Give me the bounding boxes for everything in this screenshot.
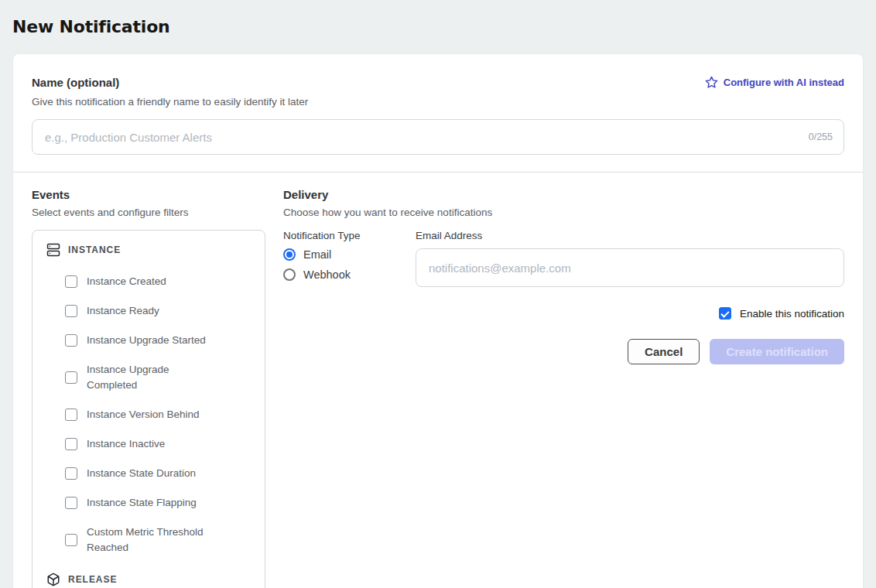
checkbox[interactable] (65, 275, 77, 288)
checkbox[interactable] (65, 371, 77, 384)
checkbox[interactable] (65, 534, 77, 546)
new-notification-card: Name (optional) Configure with AI instea… (12, 53, 864, 588)
events-subtitle: Select events and configure filters (32, 207, 265, 218)
checkbox[interactable] (65, 334, 77, 347)
name-label: Name (optional) (32, 76, 119, 89)
group-label: INSTANCE (68, 244, 121, 255)
name-input[interactable] (32, 119, 844, 155)
checkbox[interactable] (65, 467, 77, 480)
star-icon (705, 76, 718, 89)
event-label: Instance State Duration (87, 466, 196, 481)
ai-link-label: Configure with AI instead (724, 77, 844, 88)
enable-checkbox[interactable] (719, 307, 731, 320)
enable-label: Enable this notification (740, 308, 844, 320)
checkbox[interactable] (65, 438, 77, 450)
form-actions: Cancel Create notification (283, 339, 844, 364)
delivery-column: Delivery Choose how you want to receive … (283, 188, 844, 588)
email-input[interactable] (416, 248, 844, 287)
email-address-group: Email Address (416, 230, 844, 289)
server-icon (46, 243, 60, 257)
group-label: RELEASE (68, 574, 117, 585)
event-label: Instance Upgrade Started (87, 333, 206, 348)
event-checkbox-row[interactable]: Instance Inactive (65, 436, 252, 452)
checkbox[interactable] (65, 409, 77, 421)
enable-notification-row[interactable]: Enable this notification (283, 307, 844, 320)
event-label: Instance State Flapping (87, 495, 197, 511)
event-checkbox-row[interactable]: Instance Upgrade Completed (65, 362, 252, 393)
name-section-header: Name (optional) Configure with AI instea… (32, 76, 844, 89)
events-column: Events Select events and configure filte… (32, 188, 265, 588)
checkbox[interactable] (65, 305, 77, 317)
delivery-subtitle: Choose how you want to receive notificat… (283, 207, 844, 218)
char-counter: 0/255 (809, 132, 833, 142)
event-checkbox-row[interactable]: Instance Ready (65, 303, 252, 319)
event-label: Instance Created (87, 274, 166, 289)
page-title: New Notification (12, 17, 876, 36)
event-label: Custom Metric Threshold Reached (87, 525, 218, 556)
radio-button[interactable] (283, 248, 296, 261)
checkbox[interactable] (65, 497, 77, 509)
event-checkbox-row[interactable]: Instance Created (65, 274, 252, 289)
radio-button[interactable] (283, 268, 296, 281)
event-label: Instance Ready (87, 303, 159, 319)
radio-label: Email (303, 248, 331, 261)
event-checkbox-row[interactable]: Instance Version Behind (65, 407, 252, 422)
radio-label: Webhook (303, 268, 351, 281)
event-checkbox-row[interactable]: Instance Upgrade Started (65, 333, 252, 348)
name-input-wrap: 0/255 (32, 119, 844, 155)
email-address-label: Email Address (416, 230, 844, 241)
event-checkbox-row[interactable]: Instance State Duration (65, 466, 252, 481)
cancel-button[interactable]: Cancel (628, 339, 700, 364)
events-list: INSTANCE Instance Created Instance Ready… (32, 230, 265, 588)
event-checkbox-row[interactable]: Custom Metric Threshold Reached (65, 525, 252, 556)
notification-type-label: Notification Type (283, 230, 416, 241)
create-notification-button[interactable]: Create notification (710, 339, 844, 364)
event-label: Instance Upgrade Completed (87, 362, 218, 393)
delivery-title: Delivery (283, 188, 844, 201)
package-icon (46, 573, 60, 586)
event-label: Instance Version Behind (87, 407, 200, 422)
name-description: Give this notification a friendly name t… (32, 96, 844, 108)
configure-with-ai-link[interactable]: Configure with AI instead (705, 76, 844, 89)
event-label: Instance Inactive (87, 436, 165, 452)
events-title: Events (32, 188, 265, 201)
radio-webhook[interactable]: Webhook (283, 268, 416, 281)
notification-type-group: Notification Type Email Webhook (283, 230, 416, 289)
radio-email[interactable]: Email (283, 248, 416, 261)
event-group-release: RELEASE (42, 569, 255, 588)
event-checkbox-row[interactable]: Instance State Flapping (65, 495, 252, 511)
event-group-instance: INSTANCE (42, 240, 255, 260)
